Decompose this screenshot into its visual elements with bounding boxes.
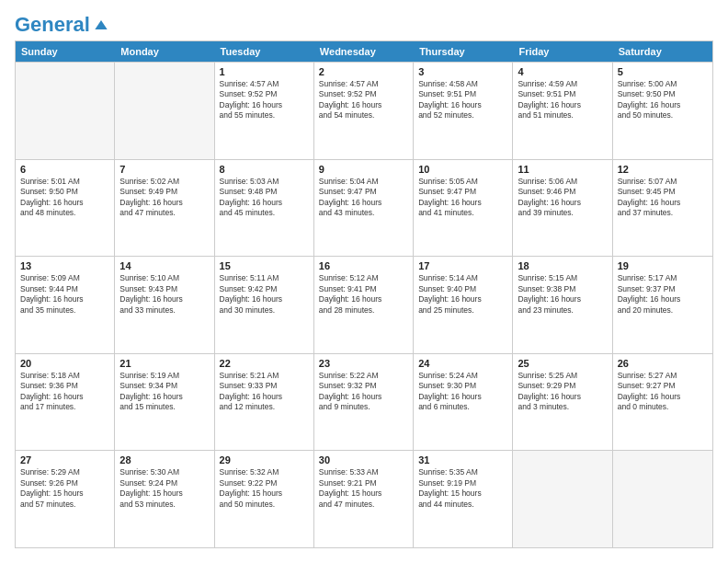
day-number: 1 <box>220 66 309 77</box>
calendar-cell: 9Sunrise: 5:04 AM Sunset: 9:47 PM Daylig… <box>314 160 414 257</box>
day-number: 18 <box>518 260 607 271</box>
calendar-cell: 3Sunrise: 4:58 AM Sunset: 9:51 PM Daylig… <box>414 63 513 159</box>
calendar-cell <box>115 63 214 159</box>
calendar-cell: 21Sunrise: 5:19 AM Sunset: 9:34 PM Dayli… <box>115 354 214 451</box>
day-info: Sunrise: 5:09 AM Sunset: 9:44 PM Dayligh… <box>20 273 109 316</box>
calendar-cell: 28Sunrise: 5:30 AM Sunset: 9:24 PM Dayli… <box>115 451 214 547</box>
day-number: 16 <box>319 260 408 271</box>
calendar-cell: 14Sunrise: 5:10 AM Sunset: 9:43 PM Dayli… <box>115 257 214 353</box>
day-number: 8 <box>220 164 309 175</box>
calendar-cell: 20Sunrise: 5:18 AM Sunset: 9:36 PM Dayli… <box>16 354 115 451</box>
day-number: 3 <box>418 66 507 77</box>
header-day-thursday: Thursday <box>414 41 513 62</box>
day-info: Sunrise: 5:10 AM Sunset: 9:43 PM Dayligh… <box>119 273 209 316</box>
day-number: 4 <box>518 66 607 77</box>
calendar-cell: 7Sunrise: 5:02 AM Sunset: 9:49 PM Daylig… <box>115 160 214 257</box>
calendar-cell: 26Sunrise: 5:27 AM Sunset: 9:27 PM Dayli… <box>613 354 712 451</box>
day-number: 13 <box>20 260 109 271</box>
day-info: Sunrise: 5:14 AM Sunset: 9:40 PM Dayligh… <box>418 273 507 316</box>
calendar-header: SundayMondayTuesdayWednesdayThursdayFrid… <box>16 41 712 62</box>
calendar-cell: 2Sunrise: 4:57 AM Sunset: 9:52 PM Daylig… <box>314 63 414 159</box>
day-info: Sunrise: 5:29 AM Sunset: 9:26 PM Dayligh… <box>20 467 109 510</box>
header-day-monday: Monday <box>115 41 214 62</box>
day-number: 6 <box>20 164 109 175</box>
calendar-row-4: 20Sunrise: 5:18 AM Sunset: 9:36 PM Dayli… <box>16 353 712 451</box>
calendar-row-5: 27Sunrise: 5:29 AM Sunset: 9:26 PM Dayli… <box>16 450 712 547</box>
day-info: Sunrise: 4:59 AM Sunset: 9:51 PM Dayligh… <box>518 79 607 121</box>
day-info: Sunrise: 5:03 AM Sunset: 9:48 PM Dayligh… <box>220 177 309 219</box>
logo-icon <box>92 16 110 34</box>
header-day-wednesday: Wednesday <box>314 41 414 62</box>
day-info: Sunrise: 5:21 AM Sunset: 9:33 PM Dayligh… <box>220 371 309 413</box>
day-number: 27 <box>20 454 109 465</box>
day-number: 15 <box>220 260 309 271</box>
calendar-cell: 10Sunrise: 5:05 AM Sunset: 9:47 PM Dayli… <box>414 160 513 257</box>
day-number: 12 <box>618 164 708 175</box>
day-info: Sunrise: 5:32 AM Sunset: 9:22 PM Dayligh… <box>220 467 309 510</box>
calendar-cell <box>16 63 115 159</box>
day-info: Sunrise: 5:02 AM Sunset: 9:49 PM Dayligh… <box>119 177 209 219</box>
calendar-cell: 24Sunrise: 5:24 AM Sunset: 9:30 PM Dayli… <box>414 354 513 451</box>
day-info: Sunrise: 5:01 AM Sunset: 9:50 PM Dayligh… <box>20 177 109 219</box>
day-info: Sunrise: 4:57 AM Sunset: 9:52 PM Dayligh… <box>319 79 408 121</box>
calendar-row-1: 1Sunrise: 4:57 AM Sunset: 9:52 PM Daylig… <box>16 62 712 159</box>
day-info: Sunrise: 5:30 AM Sunset: 9:24 PM Dayligh… <box>119 467 209 510</box>
header-day-friday: Friday <box>513 41 612 62</box>
svg-marker-0 <box>95 20 107 29</box>
day-info: Sunrise: 5:18 AM Sunset: 9:36 PM Dayligh… <box>20 371 109 413</box>
calendar-cell: 8Sunrise: 5:03 AM Sunset: 9:48 PM Daylig… <box>215 160 314 257</box>
day-number: 5 <box>618 66 708 77</box>
day-number: 30 <box>319 454 408 465</box>
day-info: Sunrise: 5:04 AM Sunset: 9:47 PM Dayligh… <box>319 177 408 219</box>
day-info: Sunrise: 5:24 AM Sunset: 9:30 PM Dayligh… <box>418 371 507 413</box>
day-info: Sunrise: 5:33 AM Sunset: 9:21 PM Dayligh… <box>319 467 408 510</box>
day-number: 7 <box>119 164 209 175</box>
header-day-saturday: Saturday <box>613 41 712 62</box>
calendar-cell: 30Sunrise: 5:33 AM Sunset: 9:21 PM Dayli… <box>314 451 414 547</box>
day-number: 9 <box>319 164 408 175</box>
day-info: Sunrise: 5:22 AM Sunset: 9:32 PM Dayligh… <box>319 371 408 413</box>
day-number: 10 <box>418 164 507 175</box>
calendar-cell: 22Sunrise: 5:21 AM Sunset: 9:33 PM Dayli… <box>215 354 314 451</box>
calendar-row-2: 6Sunrise: 5:01 AM Sunset: 9:50 PM Daylig… <box>16 159 712 257</box>
day-number: 21 <box>119 358 209 369</box>
day-info: Sunrise: 5:00 AM Sunset: 9:50 PM Dayligh… <box>618 79 708 121</box>
day-info: Sunrise: 5:12 AM Sunset: 9:41 PM Dayligh… <box>319 273 408 316</box>
calendar-cell: 13Sunrise: 5:09 AM Sunset: 9:44 PM Dayli… <box>16 257 115 353</box>
calendar-cell: 18Sunrise: 5:15 AM Sunset: 9:38 PM Dayli… <box>513 257 612 353</box>
calendar-cell: 1Sunrise: 4:57 AM Sunset: 9:52 PM Daylig… <box>215 63 314 159</box>
header: General <box>15 15 713 31</box>
header-day-tuesday: Tuesday <box>215 41 314 62</box>
day-number: 20 <box>20 358 109 369</box>
header-day-sunday: Sunday <box>16 41 115 62</box>
day-number: 24 <box>418 358 507 369</box>
calendar-cell: 4Sunrise: 4:59 AM Sunset: 9:51 PM Daylig… <box>513 63 612 159</box>
logo-text: General <box>15 15 90 35</box>
calendar-cell: 12Sunrise: 5:07 AM Sunset: 9:45 PM Dayli… <box>613 160 712 257</box>
day-info: Sunrise: 5:19 AM Sunset: 9:34 PM Dayligh… <box>119 371 209 413</box>
day-info: Sunrise: 4:57 AM Sunset: 9:52 PM Dayligh… <box>220 79 309 121</box>
day-info: Sunrise: 5:15 AM Sunset: 9:38 PM Dayligh… <box>518 273 607 316</box>
calendar-cell: 11Sunrise: 5:06 AM Sunset: 9:46 PM Dayli… <box>513 160 612 257</box>
calendar-cell: 27Sunrise: 5:29 AM Sunset: 9:26 PM Dayli… <box>16 451 115 547</box>
day-number: 25 <box>518 358 607 369</box>
day-info: Sunrise: 5:07 AM Sunset: 9:45 PM Dayligh… <box>618 177 708 219</box>
page: General SundayMondayTuesdayWednesdayThur… <box>0 0 728 563</box>
day-number: 14 <box>119 260 209 271</box>
day-info: Sunrise: 4:58 AM Sunset: 9:51 PM Dayligh… <box>418 79 507 121</box>
calendar-row-3: 13Sunrise: 5:09 AM Sunset: 9:44 PM Dayli… <box>16 256 712 353</box>
day-info: Sunrise: 5:27 AM Sunset: 9:27 PM Dayligh… <box>618 371 708 413</box>
day-info: Sunrise: 5:05 AM Sunset: 9:47 PM Dayligh… <box>418 177 507 219</box>
day-info: Sunrise: 5:17 AM Sunset: 9:37 PM Dayligh… <box>618 273 708 316</box>
calendar: SundayMondayTuesdayWednesdayThursdayFrid… <box>15 40 713 548</box>
day-number: 19 <box>618 260 708 271</box>
calendar-cell <box>513 451 612 547</box>
day-number: 29 <box>220 454 309 465</box>
day-number: 2 <box>319 66 408 77</box>
day-number: 26 <box>618 358 708 369</box>
calendar-cell: 6Sunrise: 5:01 AM Sunset: 9:50 PM Daylig… <box>16 160 115 257</box>
day-number: 23 <box>319 358 408 369</box>
calendar-cell: 17Sunrise: 5:14 AM Sunset: 9:40 PM Dayli… <box>414 257 513 353</box>
calendar-cell: 25Sunrise: 5:25 AM Sunset: 9:29 PM Dayli… <box>513 354 612 451</box>
day-number: 17 <box>418 260 507 271</box>
